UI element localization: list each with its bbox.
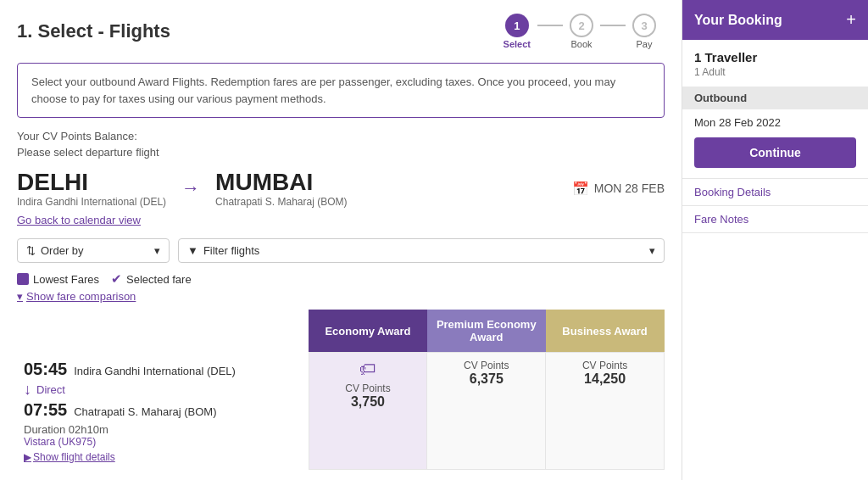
route-row: DELHI Indira Gandhi International (DEL) … xyxy=(17,169,665,208)
order-by-label: Order by xyxy=(41,244,84,257)
continue-button[interactable]: Continue xyxy=(694,137,856,168)
step-connector-2 xyxy=(600,25,626,26)
business-points-value: 14,250 xyxy=(553,371,657,387)
filter-row: ⇅ Order by ▾ ▼ Filter flights ▾ xyxy=(17,238,665,263)
dest-city: MUMBAI xyxy=(215,169,347,196)
route-origin: DELHI Indira Gandhi International (DEL) xyxy=(17,169,166,208)
chevron-right-icon: ▶ xyxy=(24,451,31,463)
show-comparison-link[interactable]: ▾ Show fare comparison xyxy=(17,290,665,303)
departure-airport: Indira Gandhi International (DEL) xyxy=(74,365,236,377)
departure-time: 05:45 xyxy=(24,360,67,379)
economy-points-value: 3,750 xyxy=(316,394,420,410)
flight-airline: Vistara (UK975) xyxy=(24,436,302,448)
origin-airport: Indira Gandhi International (DEL) xyxy=(17,196,166,208)
arrival-airport: Chatrapati S. Maharaj (BOM) xyxy=(74,405,216,418)
dest-airport: Chatrapati S. Maharaj (BOM) xyxy=(215,196,347,208)
step-2-circle: 2 xyxy=(570,14,593,37)
premium-points-label: CV Points xyxy=(434,360,538,371)
premium-fare-cell[interactable]: CV Points 6,375 xyxy=(427,353,546,470)
flight-duration: Duration 02h10m xyxy=(24,423,302,436)
sidebar-booking-title: Your Booking xyxy=(694,13,782,28)
sidebar-plus-icon[interactable]: + xyxy=(846,10,856,30)
calendar-icon: 📅 xyxy=(572,181,589,197)
steps-bar: 1 Select 2 Book 3 Pay xyxy=(504,14,656,49)
step-2-label: Book xyxy=(570,39,592,49)
back-to-calendar-link[interactable]: Go back to calendar view xyxy=(17,214,141,226)
business-column-header: Business Award xyxy=(546,310,665,353)
lowest-fares-label: Lowest Fares xyxy=(33,273,99,286)
table-row: 05:45 Indira Gandhi International (DEL) … xyxy=(17,353,665,470)
selected-fare-icon: 🏷 xyxy=(316,360,420,379)
flight-info-cell: 05:45 Indira Gandhi International (DEL) … xyxy=(17,353,309,470)
info-box-text: Select your outbound Award Flights. Rede… xyxy=(31,75,615,105)
step-1-circle: 1 xyxy=(505,14,529,37)
lowest-fares-legend: Lowest Fares xyxy=(17,273,99,286)
chevron-down-icon: ▾ xyxy=(17,290,23,303)
flight-column-header xyxy=(17,310,309,353)
step-3-label: Pay xyxy=(637,39,653,49)
premium-column-header: Premium Economy Award xyxy=(427,310,546,353)
sidebar: Your Booking + 1 Traveller 1 Adult Outbo… xyxy=(682,0,868,480)
sidebar-booking-header: Your Booking + xyxy=(682,0,868,40)
selected-fare-legend: ✔ Selected fare xyxy=(111,271,192,287)
order-by-chevron: ▾ xyxy=(154,244,160,257)
economy-fare-cell[interactable]: 🏷 CV Points 3,750 xyxy=(309,353,427,470)
departure-label: Please select departure flight xyxy=(17,146,665,159)
balance-label: Your CV Points Balance: xyxy=(17,130,665,142)
sidebar-traveller-section: 1 Traveller 1 Adult Outbound Mon 28 Feb … xyxy=(682,40,868,179)
sidebar-fare-notes-link[interactable]: Fare Notes xyxy=(682,206,868,233)
order-by-select[interactable]: ⇅ Order by ▾ xyxy=(17,238,170,263)
sidebar-booking-details-link[interactable]: Booking Details xyxy=(682,179,868,206)
step-3-circle: 3 xyxy=(632,14,656,37)
step-select: 1 Select xyxy=(504,14,531,49)
sidebar-outbound-date: Mon 28 Feb 2022 xyxy=(694,116,856,129)
fare-table: Economy Award Premium Economy Award Busi… xyxy=(17,310,665,470)
route-date: 📅 MON 28 FEB xyxy=(572,181,665,197)
origin-city: DELHI xyxy=(17,169,166,196)
info-box: Select your outbound Award Flights. Rede… xyxy=(17,63,665,118)
arrow-down-icon: ↓ xyxy=(24,381,31,399)
step-1-label: Select xyxy=(504,39,531,49)
premium-points-value: 6,375 xyxy=(434,371,538,387)
route-destination: MUMBAI Chatrapati S. Maharaj (BOM) xyxy=(215,169,347,208)
fare-table-wrapper: Economy Award Premium Economy Award Busi… xyxy=(17,310,665,470)
step-pay: 3 Pay xyxy=(632,14,656,49)
business-fare-cell[interactable]: CV Points 14,250 xyxy=(546,353,665,470)
economy-points-label: CV Points xyxy=(316,382,420,394)
step-connector-1 xyxy=(537,25,563,26)
filter-chevron: ▾ xyxy=(649,244,655,257)
fare-header-row: Economy Award Premium Economy Award Busi… xyxy=(17,310,665,353)
order-icon: ⇅ xyxy=(26,244,36,257)
lowest-fares-icon xyxy=(17,273,29,285)
sidebar-outbound-label: Outbound xyxy=(682,87,868,109)
page-title: 1. Select - Flights xyxy=(17,20,170,42)
flight-details-label: Show flight details xyxy=(33,451,115,463)
show-comparison-label: Show fare comparison xyxy=(26,290,136,303)
legend-row: Lowest Fares ✔ Selected fare xyxy=(17,271,665,287)
selected-fare-label: Selected fare xyxy=(126,273,192,286)
sidebar-traveller-count: 1 Traveller xyxy=(694,50,856,64)
route-date-text: MON 28 FEB xyxy=(594,181,665,195)
arrival-time: 07:55 xyxy=(24,400,67,420)
direct-badge: Direct xyxy=(36,383,65,396)
selected-fare-check-icon: ✔ xyxy=(111,271,122,287)
business-points-label: CV Points xyxy=(553,360,657,371)
economy-column-header: Economy Award xyxy=(309,310,427,353)
show-flight-details-link[interactable]: ▶ Show flight details xyxy=(24,451,302,463)
sidebar-traveller-type: 1 Adult xyxy=(694,66,856,78)
filter-icon: ▼ xyxy=(187,244,198,257)
step-book: 2 Book xyxy=(570,14,593,49)
filter-flights-select[interactable]: ▼ Filter flights ▾ xyxy=(178,238,665,263)
filter-label: Filter flights xyxy=(203,244,259,257)
route-arrow-icon: → xyxy=(181,177,200,199)
